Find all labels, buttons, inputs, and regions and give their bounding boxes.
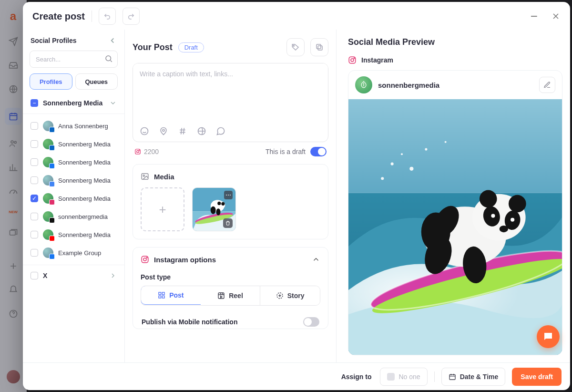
caption-input[interactable] — [133, 63, 328, 121]
svg-rect-9 — [317, 44, 321, 49]
profile-avatar — [43, 121, 53, 131]
profile-checkbox[interactable] — [31, 140, 38, 148]
x-checkbox[interactable] — [31, 272, 38, 279]
svg-point-15 — [139, 150, 140, 150]
network-badge — [49, 127, 55, 133]
assign-to-button[interactable]: No one — [380, 368, 427, 386]
profile-checkbox[interactable] — [31, 231, 38, 238]
profile-name: Sonnenberg Media — [58, 141, 111, 148]
close-button[interactable] — [551, 11, 561, 21]
location-button[interactable] — [159, 126, 168, 136]
post-type-reel[interactable]: Reel — [201, 286, 261, 305]
profile-name: Sonnenberg Media — [58, 177, 111, 184]
profile-row[interactable]: sonnenbergmedia — [23, 207, 124, 226]
svg-point-60 — [409, 167, 413, 171]
profile-avatar — [43, 248, 53, 258]
instagram-options-card: Instagram options Post type Post Reel St… — [133, 247, 328, 329]
modal-header: Create post − — [23, 2, 570, 30]
sidebar-heading: Social Profiles — [31, 37, 76, 44]
preview-edit-button[interactable] — [539, 77, 555, 93]
preview-avatar — [355, 76, 372, 93]
mobile-publish-label: Publish via Mobile notification — [142, 318, 237, 326]
svg-point-7 — [293, 45, 294, 46]
profile-checkbox[interactable] — [31, 158, 38, 166]
profile-row[interactable]: Anna Sonnenberg — [23, 117, 124, 135]
assign-label: Assign to — [341, 373, 372, 381]
composer-panel: Your Post Draft 2200 — [125, 30, 337, 362]
emoji-button[interactable] — [140, 126, 149, 136]
image-icon — [141, 172, 149, 181]
minimize-button[interactable]: − — [531, 9, 538, 24]
instagram-options-toggle[interactable]: Instagram options — [141, 255, 320, 264]
tags-button[interactable] — [286, 38, 305, 56]
char-count: 2200 — [134, 148, 159, 155]
profile-row[interactable]: Sonnenberg Media — [23, 226, 124, 244]
profile-checkbox[interactable] — [31, 122, 38, 130]
svg-point-62 — [381, 177, 384, 180]
chevron-right-icon — [109, 272, 117, 279]
create-post-modal: Create post − Social Profiles Profiles Q… — [23, 2, 570, 390]
svg-rect-32 — [162, 292, 164, 295]
profiles-sidebar: Social Profiles Profiles Queues − Sonnen… — [23, 30, 125, 362]
post-type-post[interactable]: Post — [141, 286, 201, 305]
redo-button[interactable] — [123, 8, 140, 25]
x-platform-row[interactable]: X — [23, 265, 124, 286]
svg-point-30 — [146, 257, 147, 258]
chat-fab[interactable] — [537, 325, 560, 348]
tab-profiles[interactable]: Profiles — [30, 73, 72, 90]
profile-row[interactable]: Sonnenberg Media — [23, 153, 124, 171]
profile-name: Sonnenberg Media — [58, 231, 111, 238]
draft-toggle[interactable] — [310, 147, 327, 156]
profile-checkbox[interactable] — [31, 213, 38, 220]
composer-toolbar — [133, 123, 328, 142]
svg-point-25 — [221, 202, 225, 206]
svg-point-14 — [137, 151, 139, 153]
undo-button[interactable] — [99, 8, 116, 25]
profile-avatar — [43, 157, 53, 167]
svg-point-11 — [163, 129, 164, 131]
profile-row[interactable]: ✓Sonnenberg Media — [23, 189, 124, 207]
tab-queues[interactable]: Queues — [75, 73, 118, 90]
mobile-publish-toggle[interactable] — [303, 317, 319, 327]
thumbnail-delete-button[interactable] — [223, 218, 233, 228]
instagram-preview-card: sonnenbergmedia — [348, 70, 562, 355]
svg-point-29 — [143, 258, 146, 261]
workspace-checkbox[interactable]: − — [31, 99, 38, 107]
caption-composer — [133, 63, 328, 142]
svg-rect-33 — [159, 296, 161, 298]
post-type-label: Post type — [141, 273, 320, 281]
save-draft-button[interactable]: Save draft — [512, 368, 562, 386]
media-thumbnail[interactable]: ⋯ — [192, 187, 236, 231]
profile-name: Sonnenberg Media — [58, 195, 111, 202]
profile-checkbox[interactable]: ✓ — [31, 195, 38, 202]
profiles-list: Anna SonnenbergSonnenberg MediaSonnenber… — [23, 114, 124, 265]
thumbnail-more-button[interactable]: ⋯ — [224, 191, 233, 199]
footer-divider — [434, 371, 435, 382]
profile-name: Anna Sonnenberg — [58, 123, 108, 130]
profile-row[interactable]: Sonnenberg Media — [23, 171, 124, 189]
preview-title: Social Media Preview — [348, 37, 562, 47]
add-media-button[interactable]: + — [141, 187, 184, 231]
profile-row[interactable]: Sonnenberg Media — [23, 135, 124, 153]
network-badge — [49, 145, 55, 151]
ai-button[interactable] — [216, 126, 225, 136]
profile-row[interactable]: Example Group — [23, 244, 124, 262]
svg-rect-64 — [449, 374, 455, 380]
hashtag-button[interactable] — [178, 126, 187, 136]
svg-point-63 — [445, 141, 447, 143]
post-type-story[interactable]: Story — [260, 286, 320, 305]
network-badge — [49, 163, 55, 169]
instagram-icon — [134, 148, 141, 155]
svg-point-24 — [217, 202, 221, 205]
profile-checkbox[interactable] — [31, 176, 38, 184]
link-button[interactable] — [197, 126, 206, 136]
workspace-row[interactable]: − Sonnenberg Media — [23, 93, 124, 114]
svg-point-61 — [425, 148, 427, 151]
date-time-button[interactable]: Date & Time — [441, 368, 506, 386]
collapse-sidebar-button[interactable] — [108, 36, 117, 45]
copy-button[interactable] — [310, 38, 328, 56]
svg-point-38 — [351, 59, 354, 62]
profile-avatar — [43, 211, 53, 222]
profile-checkbox[interactable] — [31, 249, 38, 257]
header-divider — [92, 10, 92, 22]
